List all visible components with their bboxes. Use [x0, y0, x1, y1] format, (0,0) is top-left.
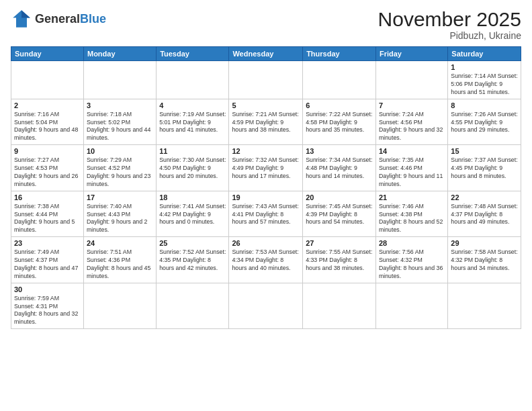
calendar-header: Sunday Monday Tuesday Wednesday Thursday…	[11, 47, 521, 61]
page: GeneralBlue November 2025 Pidbuzh, Ukrai…	[0, 0, 532, 411]
day-info: Sunrise: 7:35 AM Sunset: 4:46 PM Dayligh…	[379, 156, 445, 189]
day-info: Sunrise: 7:16 AM Sunset: 5:04 PM Dayligh…	[14, 111, 81, 143]
calendar-cell	[157, 61, 229, 99]
day-number: 15	[451, 147, 518, 155]
day-info: Sunrise: 7:30 AM Sunset: 4:50 PM Dayligh…	[159, 156, 226, 181]
day-info: Sunrise: 7:59 AM Sunset: 4:31 PM Dayligh…	[14, 295, 81, 327]
day-number: 18	[159, 193, 226, 201]
day-info: Sunrise: 7:32 AM Sunset: 4:49 PM Dayligh…	[232, 156, 300, 181]
calendar-cell: 30Sunrise: 7:59 AM Sunset: 4:31 PM Dayli…	[11, 283, 84, 329]
header-tuesday: Tuesday	[157, 47, 229, 61]
calendar-cell: 8Sunrise: 7:26 AM Sunset: 4:55 PM Daylig…	[448, 99, 521, 145]
day-number: 14	[379, 147, 445, 155]
logo: GeneralBlue	[11, 8, 106, 30]
day-info: Sunrise: 7:27 AM Sunset: 4:53 PM Dayligh…	[14, 156, 81, 189]
calendar-cell: 4Sunrise: 7:19 AM Sunset: 5:01 PM Daylig…	[157, 99, 229, 145]
calendar-cell: 24Sunrise: 7:51 AM Sunset: 4:36 PM Dayli…	[83, 237, 156, 283]
calendar-cell	[448, 283, 521, 329]
calendar-cell: 18Sunrise: 7:41 AM Sunset: 4:42 PM Dayli…	[157, 191, 229, 237]
day-info: Sunrise: 7:48 AM Sunset: 4:37 PM Dayligh…	[451, 203, 518, 227]
calendar-cell	[303, 61, 376, 99]
week-row-1: 2Sunrise: 7:16 AM Sunset: 5:04 PM Daylig…	[11, 99, 521, 145]
day-number: 9	[14, 147, 81, 155]
header-thursday: Thursday	[303, 47, 376, 61]
calendar-cell: 2Sunrise: 7:16 AM Sunset: 5:04 PM Daylig…	[11, 99, 84, 145]
week-row-5: 30Sunrise: 7:59 AM Sunset: 4:31 PM Dayli…	[11, 283, 521, 329]
day-info: Sunrise: 7:46 AM Sunset: 4:38 PM Dayligh…	[379, 203, 445, 235]
calendar-cell: 23Sunrise: 7:49 AM Sunset: 4:37 PM Dayli…	[11, 237, 84, 283]
calendar-cell: 9Sunrise: 7:27 AM Sunset: 4:53 PM Daylig…	[11, 145, 84, 191]
calendar-cell: 20Sunrise: 7:45 AM Sunset: 4:39 PM Dayli…	[303, 191, 376, 237]
day-number: 25	[159, 239, 226, 247]
calendar-cell: 12Sunrise: 7:32 AM Sunset: 4:49 PM Dayli…	[229, 145, 303, 191]
day-number: 3	[87, 101, 153, 109]
day-info: Sunrise: 7:52 AM Sunset: 4:35 PM Dayligh…	[159, 248, 226, 273]
calendar-body: 1Sunrise: 7:14 AM Sunset: 5:06 PM Daylig…	[11, 61, 521, 329]
day-number: 2	[14, 101, 81, 109]
day-info: Sunrise: 7:22 AM Sunset: 4:58 PM Dayligh…	[306, 111, 373, 135]
header-saturday: Saturday	[448, 47, 521, 61]
day-info: Sunrise: 7:19 AM Sunset: 5:01 PM Dayligh…	[159, 111, 226, 135]
day-info: Sunrise: 7:24 AM Sunset: 4:56 PM Dayligh…	[379, 111, 445, 143]
calendar-cell	[11, 61, 84, 99]
day-number: 27	[306, 239, 373, 247]
calendar-cell: 5Sunrise: 7:21 AM Sunset: 4:59 PM Daylig…	[229, 99, 303, 145]
calendar-cell	[229, 283, 303, 329]
day-number: 5	[232, 101, 300, 109]
day-number: 16	[14, 193, 81, 201]
calendar-cell: 21Sunrise: 7:46 AM Sunset: 4:38 PM Dayli…	[375, 191, 447, 237]
day-number: 11	[159, 147, 226, 155]
day-number: 26	[232, 239, 300, 247]
calendar-cell: 1Sunrise: 7:14 AM Sunset: 5:06 PM Daylig…	[448, 61, 521, 99]
day-info: Sunrise: 7:14 AM Sunset: 5:06 PM Dayligh…	[451, 73, 518, 97]
day-number: 4	[159, 101, 226, 109]
header-friday: Friday	[375, 47, 447, 61]
day-info: Sunrise: 7:37 AM Sunset: 4:45 PM Dayligh…	[451, 156, 518, 181]
day-info: Sunrise: 7:34 AM Sunset: 4:48 PM Dayligh…	[306, 156, 373, 181]
day-number: 8	[451, 101, 518, 109]
title-block: November 2025 Pidbuzh, Ukraine	[378, 8, 521, 41]
calendar-cell	[157, 283, 229, 329]
day-number: 19	[232, 193, 300, 201]
calendar-cell	[229, 61, 303, 99]
day-info: Sunrise: 7:51 AM Sunset: 4:36 PM Dayligh…	[87, 248, 153, 281]
header-sunday: Sunday	[11, 47, 84, 61]
day-info: Sunrise: 7:45 AM Sunset: 4:39 PM Dayligh…	[306, 203, 373, 227]
day-number: 28	[379, 239, 445, 247]
calendar-cell: 17Sunrise: 7:40 AM Sunset: 4:43 PM Dayli…	[83, 191, 156, 237]
calendar-title: November 2025	[378, 8, 521, 30]
calendar-cell: 13Sunrise: 7:34 AM Sunset: 4:48 PM Dayli…	[303, 145, 376, 191]
day-number: 24	[87, 239, 153, 247]
day-number: 6	[306, 101, 373, 109]
week-row-4: 23Sunrise: 7:49 AM Sunset: 4:37 PM Dayli…	[11, 237, 521, 283]
calendar-cell: 25Sunrise: 7:52 AM Sunset: 4:35 PM Dayli…	[157, 237, 229, 283]
weekday-row: Sunday Monday Tuesday Wednesday Thursday…	[11, 47, 521, 61]
day-number: 21	[379, 193, 445, 201]
calendar-cell: 10Sunrise: 7:29 AM Sunset: 4:52 PM Dayli…	[83, 145, 156, 191]
logo-text: GeneralBlue	[35, 13, 106, 26]
calendar-cell: 7Sunrise: 7:24 AM Sunset: 4:56 PM Daylig…	[375, 99, 447, 145]
day-number: 29	[451, 239, 518, 247]
day-info: Sunrise: 7:21 AM Sunset: 4:59 PM Dayligh…	[232, 111, 300, 135]
week-row-0: 1Sunrise: 7:14 AM Sunset: 5:06 PM Daylig…	[11, 61, 521, 99]
day-info: Sunrise: 7:38 AM Sunset: 4:44 PM Dayligh…	[14, 203, 81, 235]
calendar-cell: 22Sunrise: 7:48 AM Sunset: 4:37 PM Dayli…	[448, 191, 521, 237]
day-number: 23	[14, 239, 81, 247]
day-info: Sunrise: 7:40 AM Sunset: 4:43 PM Dayligh…	[87, 203, 153, 235]
day-number: 1	[451, 63, 518, 71]
day-info: Sunrise: 7:53 AM Sunset: 4:34 PM Dayligh…	[232, 248, 300, 273]
day-info: Sunrise: 7:29 AM Sunset: 4:52 PM Dayligh…	[87, 156, 153, 189]
calendar-cell: 15Sunrise: 7:37 AM Sunset: 4:45 PM Dayli…	[448, 145, 521, 191]
day-info: Sunrise: 7:49 AM Sunset: 4:37 PM Dayligh…	[14, 248, 81, 281]
day-number: 12	[232, 147, 300, 155]
calendar-cell	[375, 61, 447, 99]
day-number: 13	[306, 147, 373, 155]
calendar-cell	[83, 61, 156, 99]
calendar-cell: 14Sunrise: 7:35 AM Sunset: 4:46 PM Dayli…	[375, 145, 447, 191]
day-number: 17	[87, 193, 153, 201]
day-info: Sunrise: 7:18 AM Sunset: 5:02 PM Dayligh…	[87, 111, 153, 143]
day-info: Sunrise: 7:41 AM Sunset: 4:42 PM Dayligh…	[159, 203, 226, 227]
logo-text-general: GeneralBlue	[35, 12, 106, 26]
day-number: 22	[451, 193, 518, 201]
calendar-cell: 27Sunrise: 7:55 AM Sunset: 4:33 PM Dayli…	[303, 237, 376, 283]
